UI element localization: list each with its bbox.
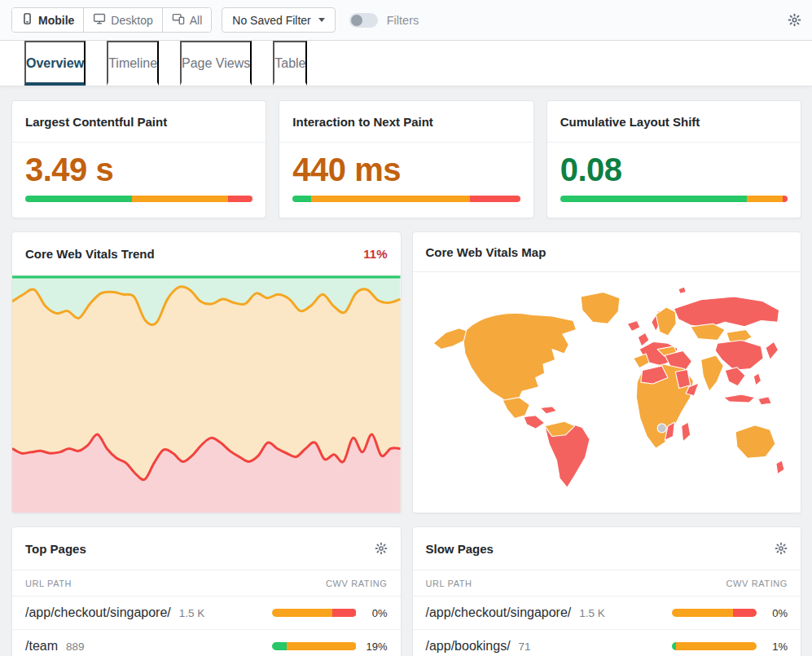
card-title: Core Web Vitals Map [426, 245, 546, 259]
poor-percent-badge: 11% [363, 247, 387, 261]
table-row[interactable]: /app/checkout/singapore/ 1.5 K 0% [12, 597, 401, 630]
table-row[interactable]: /app/checkout/singapore/ 1.5 K 0% [413, 597, 801, 630]
cwv-rating-bar [272, 642, 357, 650]
table-column-headers: URL PATH CWV RATING [413, 570, 801, 597]
column-cwv-rating: CWV RATING [326, 579, 387, 588]
rating-cell: 0% [672, 607, 788, 619]
good-percent: 0% [765, 607, 788, 619]
lcp-card: Largest Contentful Paint 3.49 s [11, 100, 266, 218]
card-title: Cumulative Layout Shift [560, 115, 700, 129]
world-map[interactable] [426, 277, 787, 503]
tab-table[interactable]: Table [273, 41, 307, 86]
dashboard-main: Largest Contentful Paint 3.49 s Interact… [0, 86, 812, 656]
inp-value: 440 ms [292, 153, 520, 186]
top-pages-settings-button[interactable] [375, 542, 388, 555]
device-button-all[interactable]: All [162, 8, 212, 32]
column-url-path: URL PATH [426, 579, 472, 588]
good-percent: 19% [365, 641, 388, 653]
cwv-rating-bar [672, 609, 757, 617]
rating-cell: 0% [272, 607, 388, 619]
cwv-rating-bar [272, 609, 357, 617]
inp-card: Interaction to Next Paint 440 ms [279, 100, 533, 218]
cwv-map-card: Core Web Vitals Map [412, 231, 802, 513]
page-view-count: 1.5 K [179, 607, 205, 619]
cwv-trend-card: Core Web Vitals Trend 11% [11, 231, 402, 513]
cwv-rating-bar [672, 642, 757, 650]
device-button-mobile[interactable]: Mobile [12, 8, 83, 32]
charts-row: Core Web Vitals Trend 11% Core Web Vital… [11, 231, 801, 513]
filters-toggle[interactable] [349, 13, 378, 28]
page-path-link[interactable]: /app/checkout/singapore/ [426, 605, 572, 620]
mobile-icon [21, 12, 33, 28]
map-body [413, 272, 801, 513]
card-title: Core Web Vitals Trend [25, 247, 155, 261]
toggle-knob [351, 15, 362, 26]
saved-filter-dropdown[interactable]: No Saved Filter [222, 7, 335, 33]
gear-icon [375, 545, 388, 557]
tab-bar: Overview Timeline Page Views Table [0, 41, 812, 86]
rating-cell: 1% [672, 641, 788, 653]
page-path-link[interactable]: /app/bookings/ [426, 639, 511, 654]
device-button-label: Desktop [111, 14, 152, 27]
chevron-down-icon [318, 18, 325, 22]
desktop-icon [93, 12, 106, 28]
page-view-count: 889 [66, 641, 85, 653]
card-title: Interaction to Next Paint [292, 115, 433, 129]
trend-chart-body [12, 275, 401, 513]
top-pages-card: Top Pages [11, 526, 402, 656]
lcp-rating-bar [25, 196, 252, 202]
card-header: Core Web Vitals Map [413, 232, 801, 272]
inp-rating-bar [292, 196, 520, 202]
cls-card: Cumulative Layout Shift 0.08 [546, 100, 801, 218]
trend-area-chart[interactable] [12, 275, 401, 513]
tables-row: Top Pages [11, 526, 801, 656]
tab-timeline[interactable]: Timeline [107, 41, 159, 86]
rating-cell: 19% [272, 641, 388, 653]
card-header: Top Pages [12, 527, 401, 570]
metric-cards-row: Largest Contentful Paint 3.49 s Interact… [11, 100, 801, 218]
device-button-label: All [190, 14, 203, 27]
card-header: Largest Contentful Paint [12, 101, 266, 143]
device-button-desktop[interactable]: Desktop [83, 8, 161, 32]
good-percent: 0% [365, 607, 388, 619]
top-toolbar: Mobile Desktop All No Saved Filte [0, 0, 812, 41]
tab-page-views[interactable]: Page Views [180, 41, 252, 86]
settings-button[interactable] [788, 13, 801, 27]
page-path-link[interactable]: /team [25, 639, 58, 654]
table-row[interactable]: /team 889 19% [12, 630, 401, 656]
page-view-count: 71 [519, 641, 531, 653]
card-header: Cumulative Layout Shift [547, 101, 801, 143]
cls-value: 0.08 [560, 153, 788, 186]
card-header: Slow Pages [413, 527, 801, 570]
all-devices-icon [172, 12, 185, 28]
table-column-headers: URL PATH CWV RATING [12, 570, 401, 597]
tab-overview[interactable]: Overview [24, 41, 86, 86]
gear-icon [775, 545, 788, 557]
card-header: Core Web Vitals Trend 11% [12, 232, 401, 275]
card-title: Top Pages [25, 542, 86, 556]
column-cwv-rating: CWV RATING [726, 579, 788, 588]
card-title: Slow Pages [426, 542, 494, 556]
column-url-path: URL PATH [25, 579, 72, 588]
lcp-value: 3.49 s [25, 153, 252, 186]
slow-pages-card: Slow Pages [412, 526, 802, 656]
table-row[interactable]: /app/bookings/ 71 1% [413, 630, 801, 656]
card-header: Interaction to Next Paint [279, 101, 533, 143]
device-button-label: Mobile [38, 14, 74, 27]
cls-rating-bar [560, 196, 788, 202]
card-title: Largest Contentful Paint [25, 115, 167, 129]
device-filter-group: Mobile Desktop All [11, 7, 212, 33]
page-path-link[interactable]: /app/checkout/singapore/ [25, 605, 171, 620]
page-view-count: 1.5 K [579, 607, 605, 619]
good-percent: 1% [765, 641, 788, 653]
saved-filter-label: No Saved Filter [232, 14, 310, 27]
slow-pages-settings-button[interactable] [775, 542, 788, 555]
gear-icon [788, 17, 801, 29]
filters-toggle-label: Filters [387, 14, 419, 27]
